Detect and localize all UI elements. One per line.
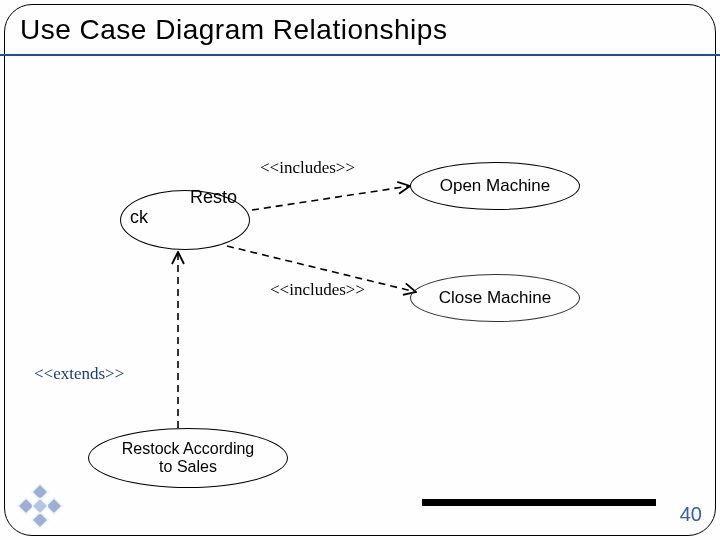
open-machine-label: Open Machine <box>440 176 551 196</box>
usecase-restock-according-to-sales: Restock According to Sales <box>88 428 288 488</box>
title-underline <box>0 54 720 56</box>
page-number: 40 <box>680 503 702 526</box>
usecase-restock-label: Resto ck <box>130 188 250 228</box>
restock-line2: ck <box>130 208 250 228</box>
usecase-open-machine: Open Machine <box>410 162 580 210</box>
close-machine-label: Close Machine <box>439 288 551 308</box>
stereotype-extends: <<extends>> <box>34 364 124 384</box>
restock-line1: Resto <box>130 188 250 208</box>
logo-icon <box>20 486 60 526</box>
restock-sales-line1: Restock According <box>122 440 255 458</box>
restock-sales-line2: to Sales <box>159 458 217 476</box>
usecase-close-machine: Close Machine <box>410 274 580 322</box>
svg-line-0 <box>252 186 410 210</box>
usecase-diagram: Resto ck Open Machine Close Machine Rest… <box>0 60 720 500</box>
page-title: Use Case Diagram Relationships <box>20 14 447 46</box>
footer-bar <box>422 499 656 506</box>
stereotype-includes-1: <<includes>> <box>260 158 355 178</box>
stereotype-includes-2: <<includes>> <box>270 280 365 300</box>
